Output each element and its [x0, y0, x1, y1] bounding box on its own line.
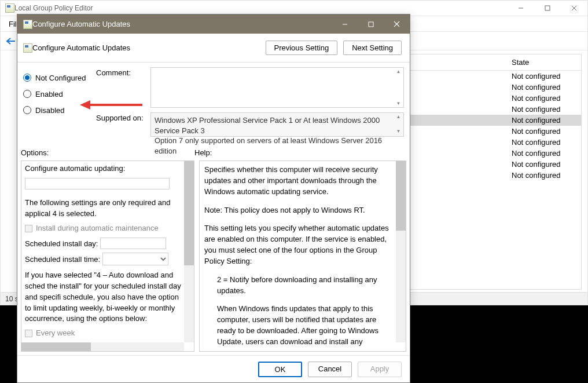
chk-every-week[interactable]: Every week	[25, 328, 183, 339]
cell-state: Not configured	[512, 127, 581, 136]
back-button[interactable]	[4, 34, 18, 48]
main-min-button[interactable]	[508, 1, 534, 16]
dialog-close-button[interactable]	[384, 14, 410, 34]
help-panel: Specifies whether this computer will rec…	[199, 161, 406, 352]
supported-on-box: Windows XP Professional Service Pack 1 o…	[150, 112, 404, 137]
policy-item-icon	[23, 43, 32, 53]
dialog-button-row: OK Cancel Apply	[17, 355, 410, 383]
dialog-max-button[interactable]	[358, 14, 384, 34]
dialog-top-grid: Not Configured Enabled Disabled Comment:…	[17, 63, 410, 144]
radio-enabled-label: Enabled	[35, 90, 63, 99]
radio-group: Not Configured Enabled Disabled	[23, 67, 96, 141]
main-close-button[interactable]	[561, 1, 587, 16]
main-max-button[interactable]	[534, 1, 561, 16]
comment-textarea[interactable]: ▲▼	[150, 67, 404, 108]
options-hscrollbar[interactable]	[21, 342, 184, 351]
configure-updating-combo[interactable]	[25, 178, 170, 189]
cell-state: Not configured	[512, 72, 581, 81]
svg-rect-6	[369, 22, 373, 27]
cell-state: Not configured	[512, 160, 581, 169]
supported-label: Supported on:	[96, 112, 150, 137]
chk-every-week-label: Every week	[36, 328, 75, 339]
radio-not-configured[interactable]: Not Configured	[23, 70, 96, 86]
options-vscrollbar[interactable]	[184, 161, 194, 342]
cell-state: Not configured	[512, 116, 581, 125]
help-p4: 2 = Notify before downloading and instal…	[204, 275, 394, 297]
cell-state: Not configured	[512, 83, 581, 92]
next-setting-button[interactable]: Next Setting	[343, 41, 402, 55]
radio-disabled-label: Disabled	[35, 106, 65, 115]
col-state-header[interactable]: State	[512, 58, 581, 67]
help-p5: When Windows finds updates that apply to…	[204, 304, 394, 348]
radio-enabled[interactable]: Enabled	[23, 86, 96, 102]
required-text: The following settings are only required…	[25, 198, 170, 218]
checkbox-icon	[25, 225, 32, 232]
cell-state: Not configured	[512, 105, 581, 114]
checkbox-icon	[25, 330, 32, 337]
supported-scrollbar[interactable]: ▲▼	[394, 113, 403, 136]
help-vscrollbar[interactable]	[396, 161, 406, 342]
radio-ring-icon	[23, 90, 31, 98]
help-p3: This setting lets you specify whether au…	[204, 223, 394, 267]
cell-state: Not configured	[512, 94, 581, 103]
comment-label: Comment:	[96, 67, 150, 108]
dialog-heading: Configure Automatic Updates	[32, 43, 130, 52]
chk-maintenance[interactable]: Install during automatic maintenance	[25, 223, 183, 234]
apply-button[interactable]: Apply	[358, 362, 402, 377]
dialog-titlebar: Configure Automatic Updates	[17, 14, 410, 34]
options-panel: Configure automatic updating: The follow…	[21, 161, 194, 352]
help-p2: Note: This policy does not apply to Wind…	[204, 205, 394, 216]
radio-nc-label: Not Configured	[35, 74, 86, 82]
ok-button[interactable]: OK	[258, 362, 302, 377]
options-para2: If you have selected "4 – Auto download …	[25, 271, 181, 323]
chk-maintenance-label: Install during automatic maintenance	[36, 223, 159, 234]
cancel-button[interactable]: Cancel	[308, 362, 352, 377]
configure-updating-label: Configure automatic updating:	[25, 164, 125, 173]
comment-scrollbar[interactable]: ▲▼	[394, 68, 403, 107]
previous-setting-button[interactable]: Previous Setting	[266, 41, 338, 55]
dialog-header-row: Configure Automatic Updates Previous Set…	[17, 34, 410, 63]
help-p1: Specifies whether this computer will rec…	[204, 165, 394, 198]
install-time-select[interactable]	[102, 253, 168, 265]
svg-rect-1	[545, 6, 550, 10]
dialog-title: Configure Automatic Updates	[32, 20, 130, 28]
install-day-label: Scheduled install day:	[25, 239, 98, 247]
cell-state: Not configured	[512, 138, 581, 147]
radio-ring-icon	[23, 106, 31, 114]
install-time-label: Scheduled install time:	[25, 255, 100, 264]
gpedit-icon	[5, 3, 14, 13]
radio-disabled[interactable]: Disabled	[23, 102, 96, 118]
help-section-label: Help:	[194, 148, 404, 157]
cell-state: Not configured	[512, 149, 581, 158]
cell-state: Not configured	[512, 171, 581, 180]
dialog-titlebar-icon	[23, 20, 32, 29]
dialog-min-button[interactable]	[332, 14, 358, 34]
radio-dot-icon	[23, 74, 31, 82]
install-day-input[interactable]	[100, 238, 166, 249]
main-window-title: Local Group Policy Editor	[14, 4, 93, 12]
fields-column: Comment: ▲▼ Supported on: Windows XP Pro…	[96, 67, 404, 141]
policy-dialog: Configure Automatic Updates Configure Au…	[17, 14, 410, 383]
